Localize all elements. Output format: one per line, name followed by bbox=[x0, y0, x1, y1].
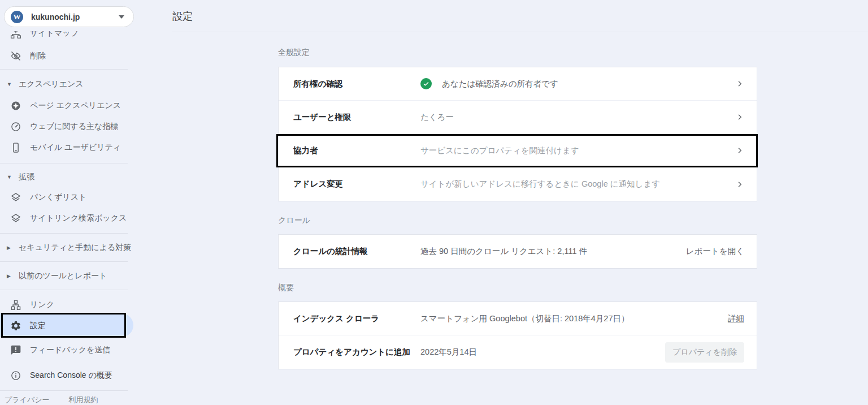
chevron-right-icon[interactable] bbox=[731, 79, 744, 88]
row-value: サービスにこのプロパティを関連付けます bbox=[420, 145, 731, 156]
row-label: 協力者 bbox=[293, 145, 420, 156]
sidebar-item-removals[interactable]: 削除 bbox=[0, 45, 133, 66]
sidebar: サイトマップ 削除 ▼ エクスペリエンス ページ エクスペリエンス ウェブに関す… bbox=[0, 0, 133, 405]
privacy-link[interactable]: プライバシー bbox=[5, 395, 50, 405]
chevron-collapsed-icon: ▶ bbox=[7, 273, 14, 279]
links-tree-icon bbox=[10, 299, 21, 311]
sidebar-footer: プライバシー 利用規約 bbox=[5, 395, 98, 405]
sidebar-item-label: 削除 bbox=[30, 51, 46, 61]
caret-down-icon bbox=[119, 15, 124, 19]
sidebar-item-label: ウェブに関する主な指標 bbox=[30, 122, 118, 132]
gear-icon bbox=[10, 320, 21, 331]
row-change-of-address[interactable]: アドレス変更 サイトが新しいアドレスに移行するときに Google に通知します bbox=[279, 167, 757, 201]
sidebar-section-label: 以前のツールとレポート bbox=[19, 271, 107, 281]
remove-property-button[interactable]: プロパティを削除 bbox=[665, 342, 744, 363]
sidebar-section-enhancements[interactable]: ▼ 拡張 bbox=[0, 166, 133, 187]
row-value: あなたは確認済みの所有者です bbox=[420, 78, 731, 89]
row-users-permissions[interactable]: ユーザーと権限 たくろー bbox=[279, 101, 757, 134]
sidebar-divider bbox=[0, 261, 128, 262]
sidebar-section-label: エクスペリエンス bbox=[19, 79, 84, 89]
property-name: kukunochi.jp bbox=[31, 12, 80, 21]
layers-icon bbox=[10, 213, 21, 224]
layers-icon bbox=[10, 192, 21, 203]
sidebar-item-sitelinks-searchbox[interactable]: サイトリンク検索ボックス bbox=[0, 208, 133, 229]
row-crawl-stats[interactable]: クロールの統計情報 過去 90 日間のクロール リクエスト: 2,111 件 レ… bbox=[279, 235, 757, 268]
row-label: アドレス変更 bbox=[293, 179, 420, 189]
header-divider bbox=[172, 32, 868, 32]
sidebar-item-about-search-console[interactable]: Search Console の概要 bbox=[0, 365, 133, 386]
row-label: プロパティをアカウントに追加 bbox=[293, 347, 420, 357]
search-console-app: サイトマップ 削除 ▼ エクスペリエンス ページ エクスペリエンス ウェブに関す… bbox=[0, 0, 868, 405]
section-label-general: 全般設定 bbox=[278, 48, 310, 58]
sidebar-section-legacy-tools[interactable]: ▶ 以前のツールとレポート bbox=[0, 265, 133, 286]
wordpress-logo-icon: W bbox=[10, 10, 24, 24]
open-report-link[interactable]: レポートを開く bbox=[686, 246, 744, 257]
about-card: インデックス クローラ スマートフォン用 Googlebot（切替日: 2018… bbox=[278, 301, 757, 369]
chevron-right-icon[interactable] bbox=[731, 180, 744, 189]
sidebar-divider bbox=[0, 163, 128, 163]
chevron-collapsed-icon: ▶ bbox=[7, 245, 14, 251]
sidebar-item-label: サイトリンク検索ボックス bbox=[30, 213, 127, 223]
page-title: 設定 bbox=[172, 10, 193, 23]
sidebar-item-label: ページ エクスペリエンス bbox=[30, 101, 121, 111]
sidebar-item-links[interactable]: リンク bbox=[0, 294, 133, 315]
speedometer-icon bbox=[10, 121, 21, 132]
sidebar-item-label: フィードバックを送信 bbox=[30, 345, 110, 355]
section-label-crawl: クロール bbox=[278, 216, 310, 226]
row-value: 過去 90 日間のクロール リクエスト: 2,111 件 bbox=[420, 246, 686, 257]
crawl-card: クロールの統計情報 過去 90 日間のクロール リクエスト: 2,111 件 レ… bbox=[278, 234, 757, 269]
row-value: たくろー bbox=[420, 112, 731, 123]
feedback-icon bbox=[10, 344, 21, 356]
sidebar-divider bbox=[0, 233, 128, 234]
sidebar-divider bbox=[0, 69, 128, 70]
row-value: サイトが新しいアドレスに移行するときに Google に通知します bbox=[420, 179, 731, 189]
sidebar-item-mobile-usability[interactable]: モバイル ユーザビリティ bbox=[0, 137, 133, 158]
row-property-added[interactable]: プロパティをアカウントに追加 2022年5月14日 プロパティを削除 bbox=[279, 335, 757, 369]
row-associations[interactable]: 協力者 サービスにこのプロパティを関連付けます bbox=[279, 134, 757, 167]
sidebar-item-core-web-vitals[interactable]: ウェブに関する主な指標 bbox=[0, 116, 133, 137]
sidebar-item-feedback[interactable]: フィードバックを送信 bbox=[0, 339, 133, 360]
sidebar-section-experience[interactable]: ▼ エクスペリエンス bbox=[0, 74, 133, 94]
sidebar-item-page-experience[interactable]: ページ エクスペリエンス bbox=[0, 95, 133, 116]
row-value: スマートフォン用 Googlebot（切替日: 2018年4月27日） bbox=[420, 313, 728, 324]
sidebar-section-label: セキュリティと手動による対策 bbox=[19, 243, 131, 253]
section-label-about: 概要 bbox=[278, 283, 294, 293]
sidebar-item-label: リンク bbox=[30, 300, 54, 310]
row-label: ユーザーと権限 bbox=[293, 112, 420, 123]
page-experience-icon bbox=[10, 100, 21, 111]
terms-link[interactable]: 利用規約 bbox=[69, 395, 98, 405]
row-label: 所有権の確認 bbox=[293, 79, 420, 89]
chevron-expanded-icon: ▼ bbox=[7, 81, 14, 87]
sidebar-item-breadcrumbs[interactable]: パンくずリスト bbox=[0, 187, 133, 208]
sidebar-item-label: パンくずリスト bbox=[30, 192, 86, 202]
general-settings-card: 所有権の確認 あなたは確認済みの所有者です ユーザーと権限 たくろー 協力者 サ… bbox=[278, 67, 757, 201]
sidebar-item-label: 設定 bbox=[30, 321, 46, 331]
chevron-expanded-icon: ▼ bbox=[7, 174, 14, 180]
sidebar-section-label: 拡張 bbox=[19, 172, 34, 182]
chevron-right-icon[interactable] bbox=[731, 146, 744, 155]
row-label: インデックス クローラ bbox=[293, 313, 420, 324]
sidebar-divider bbox=[0, 290, 128, 290]
sidebar-item-label: モバイル ユーザビリティ bbox=[30, 143, 121, 153]
chevron-right-icon[interactable] bbox=[731, 113, 744, 122]
property-selector[interactable]: W kukunochi.jp bbox=[4, 6, 134, 27]
sidebar-divider bbox=[0, 390, 128, 391]
row-ownership-verification[interactable]: 所有権の確認 あなたは確認済みの所有者です bbox=[279, 67, 757, 101]
sidebar-item-settings[interactable]: 設定 bbox=[0, 315, 133, 336]
row-value: 2022年5月14日 bbox=[420, 347, 665, 357]
info-icon bbox=[10, 370, 21, 381]
row-label: クロールの統計情報 bbox=[293, 246, 420, 257]
row-indexing-crawler[interactable]: インデックス クローラ スマートフォン用 Googlebot（切替日: 2018… bbox=[279, 302, 757, 335]
smartphone-icon bbox=[10, 142, 21, 153]
verified-check-icon bbox=[420, 78, 432, 89]
details-link[interactable]: 詳細 bbox=[728, 313, 744, 324]
sidebar-section-security[interactable]: ▶ セキュリティと手動による対策 bbox=[0, 237, 133, 258]
visibility-off-icon bbox=[10, 50, 21, 62]
sidebar-item-label: Search Console の概要 bbox=[30, 370, 112, 381]
